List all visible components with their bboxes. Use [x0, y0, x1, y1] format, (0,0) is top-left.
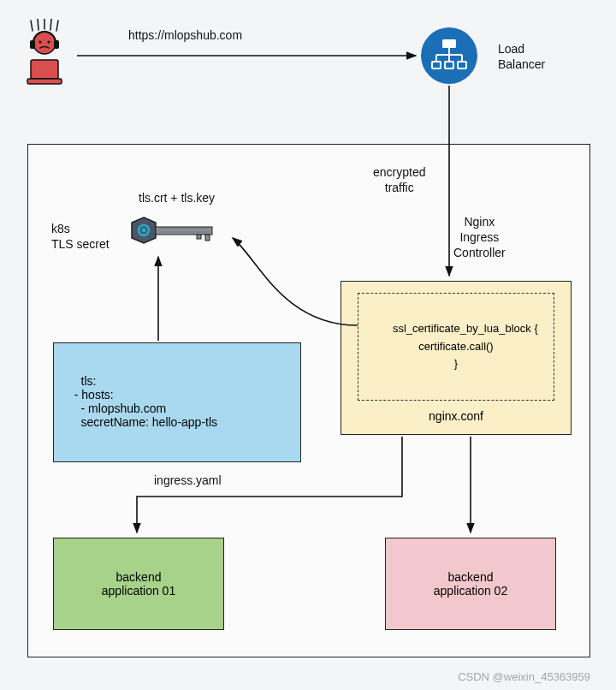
nginx-conf-box: ssl_certificate_by_lua_block { certifica…	[341, 281, 572, 435]
lua-block: ssl_certificate_by_lua_block { certifica…	[358, 293, 554, 401]
backend-1-label: backend application 01	[102, 570, 175, 598]
key-icon	[127, 212, 229, 253]
ingress-yaml-box: tls: - hosts: - mlopshub.com secretName:…	[53, 342, 301, 462]
svg-line-3	[50, 19, 51, 30]
svg-rect-19	[445, 62, 453, 68]
svg-line-0	[31, 21, 33, 31]
svg-rect-26	[197, 235, 201, 239]
svg-rect-6	[30, 40, 35, 49]
ingress-yaml-label: ingress.yaml	[154, 473, 222, 488]
client-icon	[24, 19, 75, 87]
svg-point-9	[48, 41, 50, 44]
svg-rect-20	[458, 62, 466, 68]
svg-line-1	[38, 19, 38, 30]
svg-rect-24	[156, 227, 212, 235]
tls-files-label: tls.crt + tls.key	[139, 190, 215, 205]
watermark: CSDN @weixin_45363959	[458, 670, 590, 683]
svg-rect-11	[27, 79, 62, 84]
svg-line-4	[56, 21, 58, 31]
encrypted-traffic-label: encrypted traffic	[373, 164, 425, 195]
svg-rect-18	[432, 62, 441, 68]
backend-1-box: backend application 01	[53, 538, 224, 630]
load-balancer-label: Load Balancer	[498, 41, 545, 72]
lua-block-content: ssl_certificate_by_lua_block { certifica…	[393, 322, 538, 371]
svg-rect-10	[31, 60, 58, 79]
svg-point-23	[142, 229, 146, 233]
url-label: https://mlopshub.com	[128, 27, 242, 43]
ingress-yaml-content: tls: - hosts: - mlopshub.com secretName:…	[68, 374, 217, 429]
diagram-canvas: https://mlopshub.com Load Balancer encry…	[0, 0, 616, 690]
ingress-controller-label: Nginx Ingress Controller	[453, 214, 506, 261]
load-balancer-icon	[421, 27, 477, 84]
svg-rect-12	[442, 39, 456, 48]
backend-2-box: backend application 02	[385, 538, 556, 630]
svg-rect-25	[205, 235, 210, 241]
k8s-secret-label: k8s TLS secret	[51, 221, 110, 252]
backend-2-label: backend application 02	[434, 570, 507, 598]
nginx-conf-label: nginx.conf	[429, 409, 483, 423]
svg-point-8	[39, 41, 42, 44]
svg-rect-7	[54, 40, 59, 49]
